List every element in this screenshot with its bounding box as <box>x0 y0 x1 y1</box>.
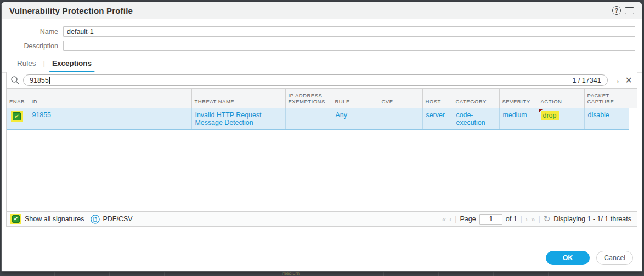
column-header-ip-address-exemptions[interactable]: IP ADDRESS EXEMPTIONS <box>285 89 332 108</box>
tab-separator: | <box>38 59 50 72</box>
pdf-csv-label: PDF/CSV <box>103 215 132 223</box>
window-icon[interactable] <box>625 7 634 14</box>
page-of-label: of 1 <box>506 215 517 223</box>
column-header-packet-capture[interactable]: PACKET CAPTURE <box>584 89 629 108</box>
text-cursor <box>49 77 50 84</box>
prev-page-icon[interactable]: ‹ <box>449 215 451 223</box>
vulnerability-protection-profile-dialog: Vulnerability Protection Profile ? Name … <box>1 2 642 272</box>
name-row: Name <box>2 26 635 37</box>
column-header-cve[interactable]: CVE <box>379 89 422 108</box>
cell-category[interactable]: code-execution <box>453 108 499 130</box>
ok-button[interactable]: OK <box>546 251 590 265</box>
search-row: 91855 1 / 17341 → ✕ <box>7 72 637 88</box>
search-go-icon[interactable]: → <box>612 76 621 85</box>
column-header-id[interactable]: ID <box>29 89 191 108</box>
show-all-signatures-checkbox[interactable]: ✔ <box>12 215 20 223</box>
pager-separator: | <box>538 215 540 223</box>
highlight-mark: ✔ <box>11 111 23 122</box>
description-field[interactable] <box>63 41 635 51</box>
search-input[interactable]: 91855 1 / 17341 <box>23 74 608 86</box>
column-header-severity[interactable]: SEVERITY <box>499 89 538 108</box>
cell-spacer <box>629 108 637 130</box>
profile-form: Name Description <box>2 19 642 51</box>
description-row: Description <box>2 41 635 51</box>
dimmed-background-strip: medium <box>0 271 644 276</box>
cell-threat-name[interactable]: Invalid HTTP Request Message Detection <box>191 108 285 130</box>
exceptions-panel: 91855 1 / 17341 → ✕ ENAB... ID THREAT N <box>6 72 637 227</box>
enable-checkbox-checked[interactable]: ✔ <box>13 112 21 120</box>
cell-enable[interactable]: ✔ <box>7 108 29 130</box>
pager-separator: | <box>455 215 456 223</box>
column-header-category[interactable]: CATEGORY <box>453 89 499 108</box>
cell-action[interactable]: drop <box>538 108 584 130</box>
tabs-bar: Rules | Exceptions <box>2 55 642 73</box>
cell-host[interactable]: server <box>422 108 453 130</box>
cell-rule[interactable]: Any <box>332 108 379 130</box>
dialog-titlebar: Vulnerability Protection Profile ? <box>2 2 642 19</box>
cell-id[interactable]: 91855 <box>29 108 191 130</box>
action-highlighted-value[interactable]: drop <box>541 111 560 120</box>
name-field[interactable] <box>63 26 635 37</box>
cell-ip-address-exemptions[interactable] <box>285 108 332 130</box>
last-page-icon[interactable]: » <box>531 215 535 223</box>
column-header-host[interactable]: HOST <box>422 89 453 108</box>
column-header-rule[interactable]: RULE <box>332 89 379 108</box>
pagination-bar: « ‹ | Page of 1 | › » | ↻ Displaying 1 -… <box>442 214 631 225</box>
column-header-threat-name[interactable]: THREAT NAME <box>191 89 285 108</box>
refresh-icon[interactable]: ↻ <box>544 214 551 224</box>
highlight-mark: ✔ <box>10 214 21 224</box>
help-icon[interactable]: ? <box>612 6 621 15</box>
cell-packet-capture[interactable]: disable <box>584 108 629 130</box>
cell-severity[interactable]: medium <box>499 108 538 130</box>
table-footer-bar: ✔ Show all signatures PDF/CSV « ‹ | Page… <box>7 211 637 226</box>
dimmed-background-text: medium <box>282 271 300 276</box>
table-row[interactable]: ✔ 91855 Invalid HTTP Request Message Det… <box>7 108 637 130</box>
dialog-action-buttons: OK Cancel <box>546 251 633 265</box>
search-query: 91855 <box>30 77 49 84</box>
description-label: Description <box>2 42 63 50</box>
search-clear-icon[interactable]: ✕ <box>625 76 632 85</box>
displaying-count-text: Displaying 1 - 1/ 1 threats <box>553 215 631 223</box>
page-label: Page <box>460 215 476 223</box>
table-header-row: ENAB... ID THREAT NAME IP ADDRESS EXEMPT… <box>7 89 637 108</box>
column-header-spacer <box>629 89 637 108</box>
cancel-button[interactable]: Cancel <box>596 251 633 265</box>
search-icon <box>10 76 20 85</box>
show-all-signatures-label: Show all signatures <box>25 215 84 223</box>
name-label: Name <box>2 28 63 36</box>
tab-rules[interactable]: Rules <box>15 59 38 72</box>
column-header-enable[interactable]: ENAB... <box>7 89 29 108</box>
column-header-action[interactable]: ACTION <box>538 89 584 108</box>
search-result-counter: 1 / 17341 <box>572 77 601 84</box>
cell-cve[interactable] <box>379 108 422 130</box>
pdf-csv-export-button[interactable]: PDF/CSV <box>91 215 132 224</box>
tab-exceptions[interactable]: Exceptions <box>50 59 94 72</box>
exceptions-table: ENAB... ID THREAT NAME IP ADDRESS EXEMPT… <box>7 88 637 211</box>
first-page-icon[interactable]: « <box>442 215 446 223</box>
page-number-input[interactable] <box>479 214 502 225</box>
pager-separator: | <box>521 215 522 223</box>
pdf-icon <box>91 215 100 224</box>
titlebar-icons: ? <box>612 6 634 15</box>
dialog-title: Vulnerability Protection Profile <box>9 6 133 15</box>
next-page-icon[interactable]: › <box>526 215 528 223</box>
